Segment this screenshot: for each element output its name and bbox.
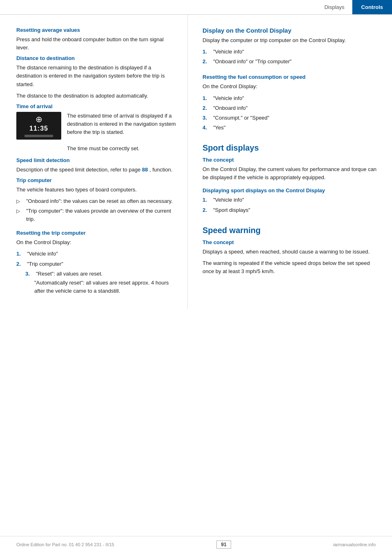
sport-num1: 1. xyxy=(203,196,212,204)
sport-item1-text: "Vehicle info" xyxy=(213,196,244,204)
fuel-item4: 4. "Yes" xyxy=(203,124,380,132)
fuel-num3: 3. xyxy=(203,114,212,122)
fuel-item1: 1. "Vehicle info" xyxy=(203,94,380,102)
resetting-trip-heading: Resetting the trip computer xyxy=(16,230,176,236)
section-resetting-trip: Resetting the trip computer On the Contr… xyxy=(16,230,176,295)
speed-warning-body2: The warning is repeated if the vehicle s… xyxy=(203,259,380,276)
display-control-heading: Display on the Control Display xyxy=(203,27,380,34)
section-concept: The concept On the Control Display, the … xyxy=(203,157,380,182)
trip-bullet1: ▷ "Onboard info": the values can be rese… xyxy=(16,197,176,205)
section-distance: Distance to destination The distance rem… xyxy=(16,55,176,100)
display-item2: 2. "Onboard info" or "Trip computer" xyxy=(203,58,380,66)
display-item1: 1. "Vehicle info" xyxy=(203,48,380,56)
section-displaying-sport: Displaying sport displays on the Control… xyxy=(203,187,380,214)
distance-heading: Distance to destination xyxy=(16,55,176,61)
section-display-control: Display on the Control Display Display t… xyxy=(203,27,380,66)
speed-warning-body1: Displays a speed, when reached, should c… xyxy=(203,248,380,256)
distance-body2: The distance to the destination is adopt… xyxy=(16,92,176,100)
speed-limit-body: Description of the speed limit detection… xyxy=(16,166,176,174)
trip-item1-text: "Vehicle info" xyxy=(27,250,58,258)
arrival-time: 11:35 xyxy=(29,125,48,132)
resetting-avg-heading: Resetting average values xyxy=(16,27,176,33)
display-item1-text: "Vehicle info" xyxy=(213,48,244,56)
bullet-arrow1: ▷ xyxy=(16,197,24,205)
trip-item3-sub: "Automatically reset": all values are re… xyxy=(34,280,169,294)
arrival-image: ⊕ 11:35 xyxy=(16,112,61,140)
trip-num1: 1. xyxy=(16,250,25,258)
page-number: 91 xyxy=(216,540,231,549)
resetting-trip-intro: On the Control Display: xyxy=(16,238,176,247)
bullet-arrow2: ▷ xyxy=(16,207,24,215)
trip-item3: 3. "Reset": all values are reset. "Autom… xyxy=(16,270,176,295)
section-resetting-avg: Resetting average values Press and hold … xyxy=(16,27,176,52)
resetting-fuel-intro: On the Control Display: xyxy=(203,82,380,91)
resetting-avg-body: Press and hold the onboard computer butt… xyxy=(16,36,176,52)
tab-controls[interactable]: Controls xyxy=(352,0,392,14)
trip-num3: 3. xyxy=(25,270,34,278)
display-num1: 1. xyxy=(203,48,212,56)
sport-item2-text: "Sport displays" xyxy=(213,206,250,214)
trip-item1: 1. "Vehicle info" xyxy=(16,250,176,258)
trip-bullet1-text: "Onboard info": the values can be reset … xyxy=(26,197,173,205)
trip-bullet2-text: "Trip computer": the values provide an o… xyxy=(26,207,176,223)
right-column: Display on the Control Display Display t… xyxy=(188,15,392,309)
arrival-bar xyxy=(24,135,53,137)
distance-body1: The distance remaining to the destinatio… xyxy=(16,64,176,88)
resetting-fuel-heading: Resetting the fuel consumption or speed xyxy=(203,74,380,80)
displaying-sport-heading: Displaying sport displays on the Control… xyxy=(203,187,380,193)
display-num2: 2. xyxy=(203,58,212,66)
fuel-num2: 2. xyxy=(203,104,212,112)
header-bar: Displays Controls xyxy=(0,0,392,15)
fuel-item2-text: "Onboard info" xyxy=(213,104,247,112)
section-arrival: Time of arrival ⊕ 11:35 The estimated ti… xyxy=(16,103,176,153)
left-column: Resetting average values Press and hold … xyxy=(0,15,188,309)
arrival-text1: The estimated time of arrival is display… xyxy=(67,112,176,136)
fuel-item2: 2. "Onboard info" xyxy=(203,104,380,112)
footer-online-text: Online Edition for Part no. 01 40 2 954 … xyxy=(16,542,114,547)
fuel-num1: 1. xyxy=(203,94,212,102)
tab-displays[interactable]: Displays xyxy=(317,0,352,14)
footer-watermark: iarmanualsonline.info xyxy=(333,542,376,547)
trip-computer-heading: Trip computer xyxy=(16,177,176,183)
arrival-block: ⊕ 11:35 The estimated time of arrival is… xyxy=(16,112,176,153)
fuel-item3: 3. "Consumpt." or "Speed" xyxy=(203,114,380,122)
fuel-item3-text: "Consumpt." or "Speed" xyxy=(213,114,270,122)
main-content: Resetting average values Press and hold … xyxy=(0,15,392,309)
trip-item2-text: "Trip computer" xyxy=(27,260,63,268)
section-resetting-fuel: Resetting the fuel consumption or speed … xyxy=(203,74,380,132)
sport-item1: 1. "Vehicle info" xyxy=(203,196,380,204)
display-control-body: Display the computer or trip computer on… xyxy=(203,36,380,44)
section-speed-warning: The concept Displays a speed, when reach… xyxy=(203,239,380,276)
speed-limit-heading: Speed limit detection xyxy=(16,157,176,163)
fuel-item4-text: "Yes" xyxy=(213,124,225,132)
concept-heading: The concept xyxy=(203,157,380,163)
fuel-num4: 4. xyxy=(203,124,212,132)
concept-body: On the Control Display, the current valu… xyxy=(203,165,380,182)
section-trip-computer: Trip computer The vehicle features two t… xyxy=(16,177,176,224)
sport-displays-major: Sport displays xyxy=(203,143,380,153)
arrival-heading: Time of arrival xyxy=(16,103,176,109)
speed-warning-major: Speed warning xyxy=(203,226,380,235)
arrival-icon: ⊕ xyxy=(36,114,42,124)
trip-bullet2: ▷ "Trip computer": the values provide an… xyxy=(16,207,176,223)
trip-item3-text: "Reset": all values are reset. xyxy=(36,270,102,278)
speed-warning-concept-heading: The concept xyxy=(203,239,380,245)
trip-item2: 2. "Trip computer" xyxy=(16,260,176,268)
fuel-item1-text: "Vehicle info" xyxy=(213,94,244,102)
sport-num2: 2. xyxy=(203,206,212,214)
section-speed-limit: Speed limit detection Description of the… xyxy=(16,157,176,174)
arrival-text-block: The estimated time of arrival is display… xyxy=(67,112,176,153)
speed-limit-link[interactable]: 88 xyxy=(142,167,148,173)
arrival-text2: The time must be correctly set. xyxy=(67,145,176,153)
trip-num2: 2. xyxy=(16,260,25,268)
sport-item2: 2. "Sport displays" xyxy=(203,206,380,214)
display-item2-text: "Onboard info" or "Trip computer" xyxy=(213,58,292,66)
trip-computer-body: The vehicle features two types of board … xyxy=(16,186,176,194)
page-footer: Online Edition for Part no. 01 40 2 954 … xyxy=(0,536,392,549)
